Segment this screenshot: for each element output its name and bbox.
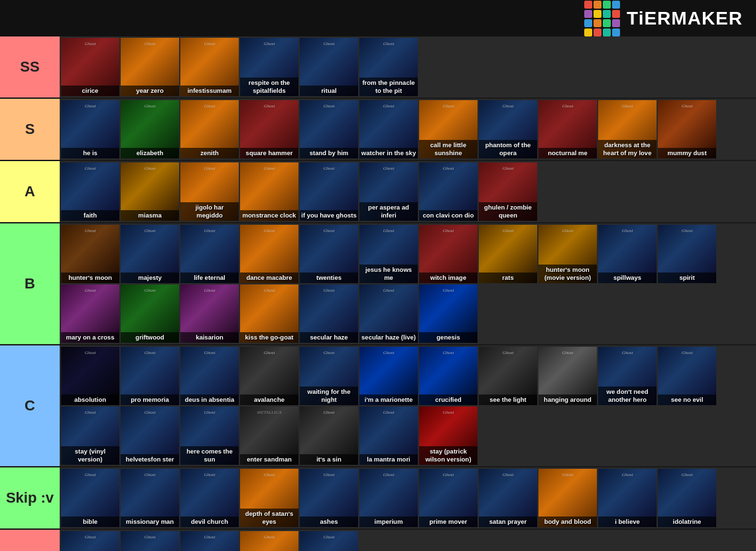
tier-item[interactable]: Ghostwitch image [419,225,477,283]
tier-items: GhostabsolutionGhostpro memoriaGhostdeus… [60,345,756,466]
tier-item[interactable]: Ghostdeath knell [180,531,239,551]
tier-item[interactable]: Ghostsatan prayer [479,469,537,527]
tier-item[interactable]: Ghostcall me little sunshine [419,100,477,158]
logo-cell [612,19,620,27]
tier-item[interactable]: Ghosthere comes the sun [180,406,239,465]
tier-items: GhostciriceGhostyear zeroGhostinfestissu… [60,36,756,97]
tier-item[interactable]: Ghostavalanche [240,347,298,405]
tier-item[interactable]: Ghostnocturnal me [538,100,597,158]
tier-item[interactable]: Ghoststand by him [300,100,358,158]
tier-item[interactable]: Ghosthanging around [538,347,597,405]
tier-item[interactable]: Ghostritual [300,38,358,96]
tier-item[interactable]: Ghostsecular haze (live) [359,284,418,343]
item-label: rats [479,273,537,283]
tier-item[interactable]: Ghostdevil church [180,469,239,527]
tier-item[interactable]: Ghostabsolution [61,347,119,405]
tier-item[interactable]: Ghostghulen / zombie queen [479,162,537,221]
tier-item[interactable]: Ghostzenith [180,100,239,158]
tier-item[interactable]: Ghostgenesis [419,284,477,343]
tier-item[interactable]: Ghostmajesty [121,225,179,283]
tier-item[interactable]: Ghostspillways [598,225,657,283]
tier-item[interactable]: Ghostbody and blood [538,469,597,527]
tier-item[interactable]: Ghostdarkness at the heart of my love [598,100,657,158]
tier-item[interactable]: Ghostmummy dust [658,100,716,158]
tier-item[interactable]: Ghosti believe [598,469,657,527]
tier-item[interactable]: Ghostmiasma [121,162,179,221]
tier-item[interactable]: Ghostkaisarion [180,284,239,343]
tier-item[interactable]: Ghostjigolo har megiddo [180,162,239,221]
tier-item[interactable]: Ghostsecular haze [300,284,358,343]
tier-item[interactable]: Ghostfrom the pinnacle to the pit [359,38,418,96]
item-bg: Ghostmonstrance clock [240,162,298,221]
tier-item[interactable]: Ghostla mantra mori [359,406,418,465]
tier-item[interactable]: Ghostspoksonat [61,531,119,551]
tier-item[interactable]: Ghostper aspera ad inferi [359,162,418,221]
tier-item[interactable]: Ghostmary on a cross [61,284,119,343]
tier-row-b: BGhosthunter's moonGhostmajestyGhostlife… [0,223,756,345]
tier-item[interactable]: Ghostif you have ghosts [300,162,358,221]
tier-item[interactable]: Ghostbite of passage [121,531,179,551]
tier-item[interactable]: Ghostsquare hammer [240,100,298,158]
tier-item[interactable]: Ghostdance macabre [240,225,298,283]
tier-item[interactable]: Ghostcon clavi con dio [419,162,477,221]
tier-item[interactable]: Ghostit's a sin [300,406,358,465]
item-label: con clavi con dio [419,210,477,221]
item-bg: Ghoststand by him [300,100,358,158]
album-logo: Ghost [145,166,156,171]
logo-cell [584,19,592,27]
tier-item[interactable]: Ghostjesus he knows me [359,225,418,283]
tier-item[interactable]: Ghoststay (vinyl version) [61,406,119,465]
album-logo: METALLICA [257,410,282,415]
tier-item[interactable]: Ghostwe don't need another hero [598,347,657,405]
tier-item[interactable]: Ghostsee no evil [658,347,716,405]
tier-item[interactable]: Ghostashes [300,469,358,527]
tier-item[interactable]: Ghostwaiting for the night [300,347,358,405]
tier-item[interactable]: Ghostdeus culpa [300,531,358,551]
tier-item[interactable]: Ghostphantom of the opera [479,100,537,158]
album-logo: Ghost [443,472,454,477]
tier-item[interactable]: Ghostpro memoria [121,347,179,405]
album-logo: Ghost [264,41,275,46]
tier-item[interactable]: Ghostrats [479,225,537,283]
tier-item[interactable]: Ghostdepth of satan's eyes [240,469,298,527]
tier-item[interactable]: Ghosti'm a marionette [359,347,418,405]
tier-item[interactable]: Ghostdeus in absentia [180,347,239,405]
tier-item[interactable]: Ghostprime mover [419,469,477,527]
tier-item[interactable]: Ghosttwenties [300,225,358,283]
album-logo: Ghost [264,350,275,355]
tier-item[interactable]: Ghostcrucified [419,347,477,405]
tier-item[interactable]: Ghostcirice [61,38,119,96]
tier-item[interactable]: Ghostimperium [359,469,418,527]
tier-item[interactable]: Ghostsee the light [479,347,537,405]
tier-item[interactable]: Ghostinfestissumam [180,38,239,96]
album-logo: Ghost [204,166,216,171]
tier-item[interactable]: Ghostelizabeth [121,100,179,158]
item-label: dance macabre [240,273,298,283]
tier-item[interactable]: Ghosthunter's moon (movie version) [538,225,597,283]
album-logo: Ghost [85,166,96,171]
tier-item[interactable]: Ghostlife eternal [180,225,239,283]
tier-item[interactable]: Ghosthunter's moon [61,225,119,283]
tier-item[interactable]: METALLICAenter sandman [240,406,298,465]
album-logo: Ghost [264,166,275,171]
tier-item[interactable]: Ghostmonstrance clock [240,162,298,221]
item-bg: Ghostbite of passage [121,531,179,551]
tier-item[interactable]: Ghostbible [61,469,119,527]
tier-item[interactable]: Ghoststay (patrick wilson version) [419,406,477,465]
tier-item[interactable]: Ghostspirit [658,225,716,283]
item-bg: Ghostdeath knell [180,531,239,551]
tier-item[interactable]: Ghosthelvetesfon ster [121,406,179,465]
album-logo: Ghost [324,103,335,109]
tier-item[interactable]: Ghostdominion [240,531,298,551]
tier-item[interactable]: Ghostyear zero [121,38,179,96]
tier-item[interactable]: Ghostkiss the go-goat [240,284,298,343]
tier-item[interactable]: Ghostrespite on the spitalfields [240,38,298,96]
tier-item[interactable]: Ghosthe is [61,100,119,158]
tier-item[interactable]: Ghostfaith [61,162,119,221]
tier-item[interactable]: Ghostmissionary man [121,469,179,527]
item-label: miasma [121,210,179,221]
item-label: year zero [121,86,179,96]
tier-item[interactable]: Ghostwatcher in the sky [359,100,418,158]
tier-item[interactable]: Ghostgriftwood [121,284,179,343]
tier-item[interactable]: Ghostidolatrine [658,469,716,527]
